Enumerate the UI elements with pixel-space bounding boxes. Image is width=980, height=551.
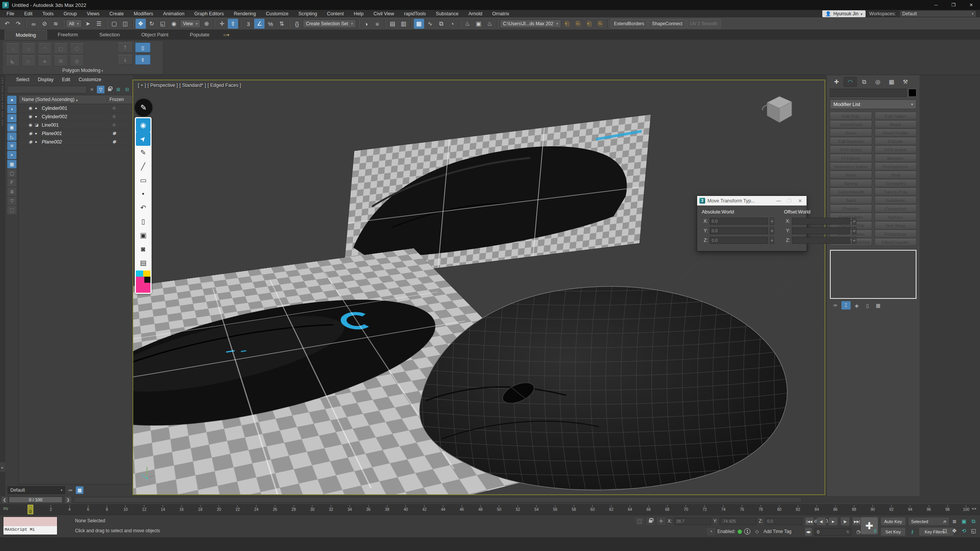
make-unique-button[interactable]: ◈ bbox=[852, 301, 861, 310]
rendered-frame-window-button[interactable]: ▣ bbox=[474, 19, 484, 29]
modifier-button[interactable]: Skin Wrap bbox=[875, 222, 917, 229]
modifier-button[interactable]: Push bbox=[830, 171, 872, 179]
screenshot-tool-button[interactable]: ◙ bbox=[136, 242, 150, 256]
percent-snap-toggle-button[interactable]: % bbox=[265, 19, 276, 29]
z-spinner[interactable]: ▴▾ bbox=[770, 237, 774, 244]
toolbar-button[interactable] bbox=[497, 20, 498, 28]
modifier-button[interactable]: Edit Normals bbox=[830, 138, 872, 145]
object-name-field[interactable] bbox=[830, 89, 906, 97]
select-and-scale-button[interactable]: ◱ bbox=[158, 19, 168, 29]
vertex-mode-button[interactable]: ⋱ bbox=[6, 43, 20, 54]
object-list-item[interactable]: ◉ ● Plane002 ✽ bbox=[19, 138, 132, 146]
clipboard-tool-button[interactable]: ▤ bbox=[136, 256, 150, 270]
ribbon-tab[interactable]: Freeform bbox=[47, 30, 89, 40]
visibility-eye-icon[interactable]: ◉ bbox=[29, 106, 35, 111]
use-soft-selection-toggle[interactable]: ⇧ bbox=[135, 55, 150, 65]
edit-poly-mode-button[interactable]: ⊞ bbox=[54, 55, 68, 66]
offset-y-spinner[interactable]: ▴▾ bbox=[852, 227, 856, 234]
modifier-button[interactable]: Shell bbox=[875, 171, 917, 179]
black-swatch[interactable] bbox=[144, 277, 150, 283]
menu-item[interactable]: Views bbox=[82, 10, 105, 18]
spinner-snap-toggle-button[interactable]: ⇅ bbox=[276, 19, 287, 29]
container-button-3[interactable]: ⎗ bbox=[584, 19, 595, 29]
x-spinner[interactable]: ▴▾ bbox=[770, 218, 774, 225]
bind-to-space-warp-button[interactable]: ≋ bbox=[51, 19, 61, 29]
orbit-button[interactable]: ⟲ bbox=[959, 526, 969, 535]
selection-lock-icon[interactable] bbox=[646, 517, 655, 525]
menu-item[interactable]: Customize bbox=[261, 10, 293, 18]
modify-tab[interactable]: ◠ bbox=[844, 77, 857, 87]
toolbar-button[interactable] bbox=[607, 20, 609, 28]
modifier-button[interactable]: ProOptimizer bbox=[875, 163, 917, 170]
menu-item[interactable]: Modifiers bbox=[129, 10, 158, 18]
select-and-place-button[interactable]: ◉ bbox=[169, 19, 179, 29]
menu-item[interactable]: Edit bbox=[19, 10, 38, 18]
maximize-button[interactable]: ❐ bbox=[945, 0, 962, 10]
pin-stack-button[interactable]: ✑ bbox=[831, 301, 840, 310]
ribbon-minimize-button[interactable]: ▭▾ bbox=[223, 30, 229, 40]
viewport-label-segment[interactable]: Perspective bbox=[147, 83, 178, 88]
menu-item[interactable]: File bbox=[2, 10, 19, 18]
modifier-button[interactable]: FFD 3x3x3 bbox=[830, 146, 872, 153]
toggle-layer-explorer-button[interactable]: ▥ bbox=[399, 19, 409, 29]
explorer-menu-item[interactable]: Edit bbox=[58, 77, 74, 82]
whiteboard-tool-button[interactable]: ▣ bbox=[136, 228, 150, 242]
explorer-search-input[interactable] bbox=[7, 86, 87, 93]
display-containers-filter[interactable]: ▦ bbox=[7, 160, 16, 168]
zoom-region-button[interactable]: ⊡ bbox=[940, 526, 949, 535]
toolbar-button[interactable] bbox=[240, 20, 242, 28]
configure-modifier-sets-button[interactable]: ▦ bbox=[874, 301, 883, 310]
snaps-toggle-3d-button[interactable]: 3 bbox=[243, 19, 253, 29]
element-mode-button[interactable]: ⬠ bbox=[70, 43, 84, 54]
mirror-button[interactable]: ◑ bbox=[361, 19, 371, 29]
show-end-result-button[interactable]: ⌶ bbox=[841, 301, 851, 310]
toolbar-button[interactable] bbox=[459, 20, 461, 28]
dialog-title-bar[interactable]: 3 Move Transform Typ... — ❐ ✕ bbox=[697, 196, 807, 205]
list-header[interactable]: Name (Sorted Ascending) Frozen bbox=[19, 95, 132, 104]
maximize-viewport-button[interactable]: ◱ bbox=[969, 526, 978, 535]
next-frame-arrow[interactable]: ❯ bbox=[65, 497, 71, 503]
dot-size-button[interactable]: • bbox=[136, 187, 150, 201]
modifier-button[interactable]: Bend bbox=[875, 121, 917, 128]
dialog-minimize-button[interactable]: — bbox=[774, 198, 783, 204]
align-button[interactable]: ≡ bbox=[372, 19, 382, 29]
container-button-2[interactable]: ⎘ bbox=[573, 19, 583, 29]
uv2smooth-button[interactable]: UV 2 Smooth bbox=[687, 19, 721, 28]
select-and-link-button[interactable]: ∞ bbox=[28, 19, 39, 29]
modifier-button[interactable]: Bevel bbox=[830, 129, 872, 137]
display-geometry-filter[interactable]: ● bbox=[7, 96, 16, 104]
toolbar-button[interactable] bbox=[25, 20, 27, 28]
collapse-button[interactable]: ◍ bbox=[70, 55, 84, 66]
viewport-label-segment[interactable]: Edged Faces bbox=[207, 83, 241, 88]
render-setup-button[interactable]: ♨ bbox=[462, 19, 473, 29]
toggle-scene-explorer-button[interactable]: ▤ bbox=[387, 19, 398, 29]
menu-item[interactable]: Rendering bbox=[229, 10, 261, 18]
pan-button[interactable]: ✥ bbox=[950, 526, 959, 535]
close-button[interactable]: ✕ bbox=[962, 0, 980, 10]
preview-off-button[interactable]: ◣ bbox=[6, 55, 20, 66]
shape-connect-button[interactable]: ShapeConnect bbox=[648, 19, 686, 28]
eraser-tool-button[interactable]: ▭ bbox=[136, 173, 150, 187]
offset-z-spinner[interactable]: ▴▾ bbox=[852, 237, 856, 244]
object-list-item[interactable]: ◉ ● Plane001 ✽ bbox=[19, 129, 132, 138]
toolbar-button[interactable] bbox=[132, 20, 134, 28]
menu-item[interactable]: Animation bbox=[158, 10, 189, 18]
undo-button[interactable]: ↶ bbox=[2, 19, 12, 29]
maxscript-mini-listener[interactable]: MAXScript Mi bbox=[3, 517, 57, 535]
extend-borders-button[interactable]: ExtendBorders bbox=[611, 19, 648, 28]
toolbar-button[interactable] bbox=[358, 20, 359, 28]
user-account-menu[interactable]: 👤 Hyunsuk Jin bbox=[822, 10, 866, 17]
window-crossing-button[interactable]: ◫ bbox=[120, 19, 131, 29]
ribbon-tab[interactable]: Selection bbox=[89, 30, 131, 40]
lock-explorer-icon[interactable] bbox=[106, 86, 113, 93]
time-slider-value[interactable]: 0 / 100 bbox=[9, 497, 62, 503]
absolute-x-field[interactable] bbox=[710, 218, 768, 225]
modifier-button[interactable]: TurboSmooth bbox=[830, 188, 872, 196]
welcome-screen-icon[interactable]: ◔ bbox=[707, 528, 715, 535]
pick-shape-button[interactable]: ▷ bbox=[22, 55, 36, 66]
explorer-menu-item[interactable]: Customize bbox=[75, 77, 105, 82]
eye-tool-button[interactable]: ◉ bbox=[136, 118, 150, 132]
visibility-eye-icon[interactable]: ◉ bbox=[29, 131, 35, 136]
cursor-tool-button[interactable]: ➤ bbox=[136, 132, 150, 146]
explorer-grid-mode-icon[interactable]: ▦ bbox=[76, 486, 83, 494]
